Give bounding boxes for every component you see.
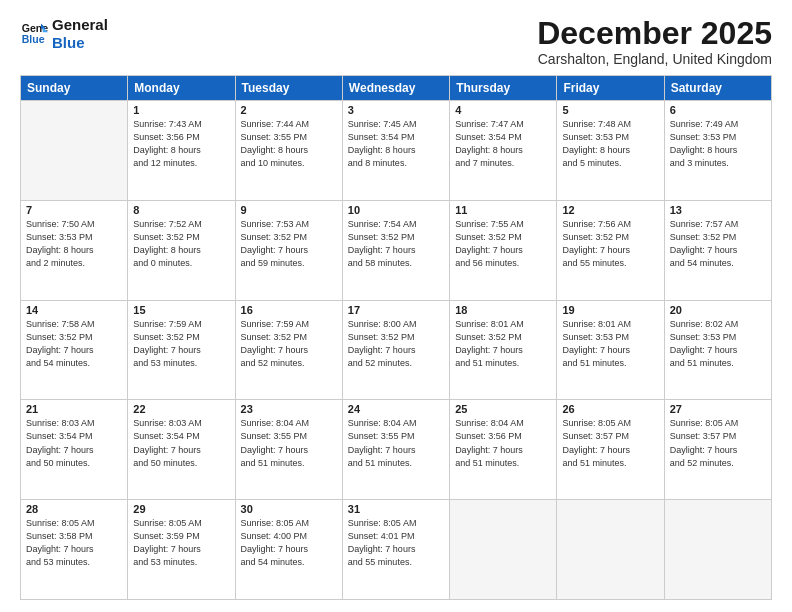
day-number: 30	[241, 503, 337, 515]
day-number: 8	[133, 204, 229, 216]
day-number: 10	[348, 204, 444, 216]
day-info: Sunrise: 8:04 AM Sunset: 3:55 PM Dayligh…	[348, 417, 444, 469]
calendar-cell	[450, 500, 557, 600]
day-info: Sunrise: 7:54 AM Sunset: 3:52 PM Dayligh…	[348, 218, 444, 270]
calendar-cell: 21Sunrise: 8:03 AM Sunset: 3:54 PM Dayli…	[21, 400, 128, 500]
calendar-cell: 2Sunrise: 7:44 AM Sunset: 3:55 PM Daylig…	[235, 101, 342, 201]
day-info: Sunrise: 8:00 AM Sunset: 3:52 PM Dayligh…	[348, 318, 444, 370]
day-info: Sunrise: 7:45 AM Sunset: 3:54 PM Dayligh…	[348, 118, 444, 170]
calendar-cell	[21, 101, 128, 201]
calendar-cell: 24Sunrise: 8:04 AM Sunset: 3:55 PM Dayli…	[342, 400, 449, 500]
day-number: 2	[241, 104, 337, 116]
day-info: Sunrise: 7:53 AM Sunset: 3:52 PM Dayligh…	[241, 218, 337, 270]
day-info: Sunrise: 8:05 AM Sunset: 3:57 PM Dayligh…	[562, 417, 658, 469]
calendar-cell: 6Sunrise: 7:49 AM Sunset: 3:53 PM Daylig…	[664, 101, 771, 201]
day-number: 11	[455, 204, 551, 216]
calendar-cell: 25Sunrise: 8:04 AM Sunset: 3:56 PM Dayli…	[450, 400, 557, 500]
svg-text:Blue: Blue	[22, 33, 45, 45]
calendar-cell: 1Sunrise: 7:43 AM Sunset: 3:56 PM Daylig…	[128, 101, 235, 201]
day-info: Sunrise: 7:44 AM Sunset: 3:55 PM Dayligh…	[241, 118, 337, 170]
weekday-header-wednesday: Wednesday	[342, 76, 449, 101]
weekday-header-friday: Friday	[557, 76, 664, 101]
weekday-header-thursday: Thursday	[450, 76, 557, 101]
calendar-cell: 16Sunrise: 7:59 AM Sunset: 3:52 PM Dayli…	[235, 300, 342, 400]
calendar-cell: 29Sunrise: 8:05 AM Sunset: 3:59 PM Dayli…	[128, 500, 235, 600]
day-info: Sunrise: 8:05 AM Sunset: 3:59 PM Dayligh…	[133, 517, 229, 569]
day-number: 15	[133, 304, 229, 316]
calendar-cell: 23Sunrise: 8:04 AM Sunset: 3:55 PM Dayli…	[235, 400, 342, 500]
calendar-cell	[664, 500, 771, 600]
day-number: 5	[562, 104, 658, 116]
day-info: Sunrise: 8:05 AM Sunset: 4:00 PM Dayligh…	[241, 517, 337, 569]
day-info: Sunrise: 7:52 AM Sunset: 3:52 PM Dayligh…	[133, 218, 229, 270]
day-number: 9	[241, 204, 337, 216]
day-info: Sunrise: 7:58 AM Sunset: 3:52 PM Dayligh…	[26, 318, 122, 370]
day-info: Sunrise: 7:48 AM Sunset: 3:53 PM Dayligh…	[562, 118, 658, 170]
day-number: 3	[348, 104, 444, 116]
week-row-4: 21Sunrise: 8:03 AM Sunset: 3:54 PM Dayli…	[21, 400, 772, 500]
calendar-cell: 14Sunrise: 7:58 AM Sunset: 3:52 PM Dayli…	[21, 300, 128, 400]
day-number: 18	[455, 304, 551, 316]
title-block: December 2025 Carshalton, England, Unite…	[537, 16, 772, 67]
day-number: 13	[670, 204, 766, 216]
weekday-header-tuesday: Tuesday	[235, 76, 342, 101]
day-info: Sunrise: 8:05 AM Sunset: 3:57 PM Dayligh…	[670, 417, 766, 469]
calendar-cell: 9Sunrise: 7:53 AM Sunset: 3:52 PM Daylig…	[235, 200, 342, 300]
weekday-header-row: SundayMondayTuesdayWednesdayThursdayFrid…	[21, 76, 772, 101]
calendar-subtitle: Carshalton, England, United Kingdom	[537, 51, 772, 67]
day-number: 14	[26, 304, 122, 316]
day-info: Sunrise: 7:47 AM Sunset: 3:54 PM Dayligh…	[455, 118, 551, 170]
day-info: Sunrise: 8:04 AM Sunset: 3:55 PM Dayligh…	[241, 417, 337, 469]
day-info: Sunrise: 8:03 AM Sunset: 3:54 PM Dayligh…	[26, 417, 122, 469]
day-info: Sunrise: 7:50 AM Sunset: 3:53 PM Dayligh…	[26, 218, 122, 270]
calendar-cell: 31Sunrise: 8:05 AM Sunset: 4:01 PM Dayli…	[342, 500, 449, 600]
day-info: Sunrise: 8:01 AM Sunset: 3:53 PM Dayligh…	[562, 318, 658, 370]
calendar-cell: 10Sunrise: 7:54 AM Sunset: 3:52 PM Dayli…	[342, 200, 449, 300]
logo-icon: General Blue	[20, 20, 48, 48]
calendar-cell: 3Sunrise: 7:45 AM Sunset: 3:54 PM Daylig…	[342, 101, 449, 201]
week-row-2: 7Sunrise: 7:50 AM Sunset: 3:53 PM Daylig…	[21, 200, 772, 300]
calendar-cell: 12Sunrise: 7:56 AM Sunset: 3:52 PM Dayli…	[557, 200, 664, 300]
calendar-cell: 22Sunrise: 8:03 AM Sunset: 3:54 PM Dayli…	[128, 400, 235, 500]
page: General Blue General Blue December 2025 …	[0, 0, 792, 612]
calendar-cell: 8Sunrise: 7:52 AM Sunset: 3:52 PM Daylig…	[128, 200, 235, 300]
day-info: Sunrise: 8:05 AM Sunset: 4:01 PM Dayligh…	[348, 517, 444, 569]
day-info: Sunrise: 7:57 AM Sunset: 3:52 PM Dayligh…	[670, 218, 766, 270]
day-number: 22	[133, 403, 229, 415]
day-number: 27	[670, 403, 766, 415]
day-number: 19	[562, 304, 658, 316]
week-row-3: 14Sunrise: 7:58 AM Sunset: 3:52 PM Dayli…	[21, 300, 772, 400]
calendar-body: 1Sunrise: 7:43 AM Sunset: 3:56 PM Daylig…	[21, 101, 772, 600]
day-number: 16	[241, 304, 337, 316]
calendar-cell: 4Sunrise: 7:47 AM Sunset: 3:54 PM Daylig…	[450, 101, 557, 201]
weekday-header-monday: Monday	[128, 76, 235, 101]
day-number: 20	[670, 304, 766, 316]
day-info: Sunrise: 8:04 AM Sunset: 3:56 PM Dayligh…	[455, 417, 551, 469]
calendar-cell	[557, 500, 664, 600]
day-number: 1	[133, 104, 229, 116]
logo: General Blue General Blue	[20, 16, 108, 52]
calendar-cell: 28Sunrise: 8:05 AM Sunset: 3:58 PM Dayli…	[21, 500, 128, 600]
week-row-5: 28Sunrise: 8:05 AM Sunset: 3:58 PM Dayli…	[21, 500, 772, 600]
day-info: Sunrise: 7:43 AM Sunset: 3:56 PM Dayligh…	[133, 118, 229, 170]
day-number: 12	[562, 204, 658, 216]
day-number: 6	[670, 104, 766, 116]
day-number: 31	[348, 503, 444, 515]
day-info: Sunrise: 8:02 AM Sunset: 3:53 PM Dayligh…	[670, 318, 766, 370]
day-info: Sunrise: 8:05 AM Sunset: 3:58 PM Dayligh…	[26, 517, 122, 569]
calendar-cell: 26Sunrise: 8:05 AM Sunset: 3:57 PM Dayli…	[557, 400, 664, 500]
day-info: Sunrise: 7:59 AM Sunset: 3:52 PM Dayligh…	[241, 318, 337, 370]
calendar-cell: 27Sunrise: 8:05 AM Sunset: 3:57 PM Dayli…	[664, 400, 771, 500]
logo-text-blue: Blue	[52, 34, 108, 52]
calendar-cell: 17Sunrise: 8:00 AM Sunset: 3:52 PM Dayli…	[342, 300, 449, 400]
calendar-cell: 30Sunrise: 8:05 AM Sunset: 4:00 PM Dayli…	[235, 500, 342, 600]
day-info: Sunrise: 8:03 AM Sunset: 3:54 PM Dayligh…	[133, 417, 229, 469]
day-number: 17	[348, 304, 444, 316]
day-number: 23	[241, 403, 337, 415]
header: General Blue General Blue December 2025 …	[20, 16, 772, 67]
day-info: Sunrise: 7:56 AM Sunset: 3:52 PM Dayligh…	[562, 218, 658, 270]
calendar-cell: 18Sunrise: 8:01 AM Sunset: 3:52 PM Dayli…	[450, 300, 557, 400]
day-number: 25	[455, 403, 551, 415]
calendar-cell: 11Sunrise: 7:55 AM Sunset: 3:52 PM Dayli…	[450, 200, 557, 300]
week-row-1: 1Sunrise: 7:43 AM Sunset: 3:56 PM Daylig…	[21, 101, 772, 201]
